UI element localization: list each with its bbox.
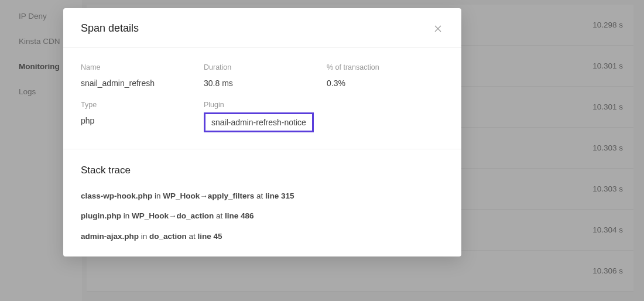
trace-lineno: line 486 [225,211,254,220]
stack-trace-title: Stack trace [81,165,444,176]
trace-file: plugin.php [81,211,121,220]
trace-line: class-wp-hook.php in WP_Hook→apply_filte… [81,190,444,202]
modal-body: Name snail_admin_refresh Duration 30.8 m… [63,48,461,149]
field-type: Type php [81,101,204,132]
trace-at: at [214,211,225,220]
span-details-modal: Span details Name snail_admin_refresh Du… [63,8,461,256]
field-value: 30.8 ms [204,78,327,88]
modal-overlay: Span details Name snail_admin_refresh Du… [0,0,644,301]
plugin-highlight: snail-admin-refresh-notice [204,112,314,132]
trace-line: admin-ajax.php in do_action at line 45 [81,231,444,242]
trace-in: in [121,211,132,220]
field-grid: Name snail_admin_refresh Duration 30.8 m… [81,63,444,132]
trace-in: in [139,232,149,241]
trace-at: at [254,191,265,200]
close-icon [434,25,442,33]
trace-file: class-wp-hook.php [81,191,152,200]
field-label: Type [81,101,204,109]
field-percent: % of transaction 0.3% [327,63,444,88]
trace-func: WP_Hook→apply_filters [163,191,254,200]
close-button[interactable] [432,23,444,35]
trace-lineno: line 45 [198,232,222,241]
trace-func: do_action [149,232,187,241]
stack-trace-section: Stack trace class-wp-hook.php in WP_Hook… [63,149,461,256]
field-name: Name snail_admin_refresh [81,63,204,88]
trace-line: plugin.php in WP_Hook→do_action at line … [81,210,444,222]
field-label: Name [81,63,204,71]
modal-header: Span details [63,8,461,48]
trace-in: in [152,191,163,200]
field-duration: Duration 30.8 ms [204,63,327,88]
trace-lineno: line 315 [265,191,294,200]
trace-at: at [187,232,198,241]
field-label: Plugin [204,101,327,109]
field-label: % of transaction [327,63,444,71]
modal-title: Span details [81,22,139,35]
field-value: snail_admin_refresh [81,78,204,88]
trace-func: WP_Hook→do_action [132,211,214,220]
field-value: 0.3% [327,78,444,88]
field-label: Duration [204,63,327,71]
trace-file: admin-ajax.php [81,232,139,241]
field-plugin: Plugin snail-admin-refresh-notice [204,101,327,132]
field-value: php [81,116,204,125]
